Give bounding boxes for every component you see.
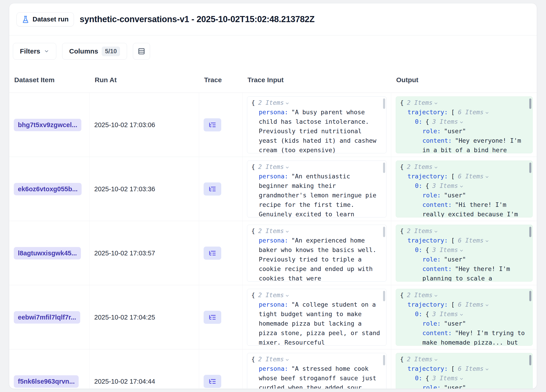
- dataset-item-cell: bhg7t5xv9zgwcel...: [9, 93, 90, 157]
- column-header-output: Output: [391, 76, 537, 84]
- collapse-toggle[interactable]: 6 Items: [458, 172, 489, 181]
- collapse-toggle[interactable]: 2 Items: [258, 162, 290, 172]
- json-root-line: {2 Items: [251, 354, 382, 364]
- collapse-toggle[interactable]: 2 Items: [258, 354, 290, 364]
- collapse-toggle[interactable]: 6 Items: [458, 107, 489, 117]
- items-count-label: 6 Items: [458, 364, 484, 373]
- page-title: synthetic-conversations-v1 - 2025-10-02T…: [80, 14, 315, 24]
- trace-input-panel[interactable]: {2 Items persona:"An experienced home ba…: [247, 225, 386, 282]
- collapse-toggle[interactable]: 3 Items: [432, 245, 464, 255]
- output-cell: {2 Items trajectory:[6 Items 0:{3 Items …: [391, 285, 537, 349]
- trace-cell: [199, 285, 242, 349]
- json-role-line: role:"user": [400, 255, 528, 264]
- filters-button-label: Filters: [20, 47, 40, 55]
- json-open-brace: {: [400, 291, 404, 298]
- json-key: role:: [422, 128, 441, 135]
- trace-button[interactable]: [204, 247, 221, 260]
- scrollbar-thumb[interactable]: [529, 227, 531, 237]
- collapse-toggle[interactable]: 2 Items: [407, 354, 438, 364]
- collapse-toggle[interactable]: 2 Items: [407, 162, 438, 172]
- list-tree-icon: [208, 378, 216, 385]
- json-key: trajectory:: [408, 109, 448, 116]
- json-key: trajectory:: [408, 365, 448, 372]
- dataset-item-badge[interactable]: l8agtuwxisgwk45...: [14, 247, 81, 259]
- chevron-down-icon: [434, 165, 438, 170]
- output-panel[interactable]: {2 Items trajectory:[6 Items 0:{3 Items …: [396, 289, 533, 346]
- toolbar: Filters Columns 5/10: [9, 35, 537, 67]
- chevron-down-icon: [434, 358, 438, 362]
- collapse-toggle[interactable]: 2 Items: [407, 290, 438, 300]
- collapse-toggle[interactable]: 2 Items: [258, 290, 290, 300]
- collapse-toggle[interactable]: 6 Items: [458, 236, 489, 245]
- collapse-toggle[interactable]: 2 Items: [258, 226, 290, 236]
- scrollbar-thumb[interactable]: [383, 291, 385, 301]
- scrollbar-thumb[interactable]: [529, 291, 531, 301]
- collapse-toggle[interactable]: 2 Items: [407, 98, 438, 107]
- table-row: ek6oz6vtoxg055b... 2025-10-02 17:03:36 {…: [9, 157, 537, 221]
- json-key: persona:: [259, 301, 288, 308]
- json-trajectory-line: trajectory:[6 Items: [400, 300, 528, 309]
- items-count-label: 3 Items: [432, 373, 458, 383]
- run-at-cell: 2025-10-02 17:03:36: [90, 157, 199, 221]
- trace-input-panel[interactable]: {2 Items persona:"A busy parent whose ch…: [247, 96, 386, 153]
- json-string-value: "user": [444, 128, 466, 135]
- trace-input-panel[interactable]: {2 Items persona:"An enthusiastic beginn…: [247, 161, 386, 217]
- run-at-value: 2025-10-02 17:04:44: [94, 378, 155, 385]
- table-header: Dataset Item Run At Trace Trace Input Ou…: [9, 67, 537, 93]
- table-body: bhg7t5xv9zgwcel... 2025-10-02 17:03:06 {…: [9, 93, 537, 389]
- collapse-toggle[interactable]: 6 Items: [458, 364, 489, 373]
- items-count-label: 6 Items: [458, 236, 484, 245]
- json-root-line: {2 Items: [400, 226, 528, 236]
- dataset-item-badge[interactable]: eebwi7mfil7lqlf7r...: [14, 311, 80, 324]
- collapse-toggle[interactable]: 3 Items: [432, 117, 464, 126]
- json-content-line: content:"Hi there! I'm really excited be…: [400, 200, 528, 217]
- output-panel[interactable]: {2 Items trajectory:[6 Items 0:{3 Items …: [396, 96, 533, 153]
- trace-button[interactable]: [204, 375, 221, 388]
- json-key: content:: [422, 201, 452, 208]
- collapse-toggle[interactable]: 2 Items: [258, 98, 290, 107]
- dataset-item-badge[interactable]: bhg7t5xv9zgwcel...: [14, 119, 81, 131]
- run-at-cell: 2025-10-02 17:04:25: [90, 285, 199, 349]
- collapse-toggle[interactable]: 3 Items: [432, 181, 464, 190]
- json-role-line: role:"user": [400, 126, 528, 136]
- collapse-toggle[interactable]: 3 Items: [432, 373, 464, 383]
- collapse-toggle[interactable]: 3 Items: [432, 309, 464, 319]
- json-persona-line: persona:"An enthusiastic beginner making…: [251, 172, 382, 217]
- dataset-item-badge[interactable]: ek6oz6vtoxg055b...: [14, 183, 82, 195]
- filters-button[interactable]: Filters: [13, 43, 56, 60]
- json-root-line: {2 Items: [251, 290, 382, 300]
- scrollbar-thumb[interactable]: [383, 163, 385, 173]
- json-key: 0:: [415, 182, 422, 189]
- output-panel[interactable]: {2 Items trajectory:[6 Items 0:{3 Items …: [396, 161, 533, 217]
- trace-button[interactable]: [204, 118, 221, 131]
- collapse-toggle[interactable]: 2 Items: [407, 226, 438, 236]
- columns-button[interactable]: Columns 5/10: [62, 43, 127, 60]
- dataset-run-badge: Dataset run: [17, 13, 74, 26]
- scrollbar-thumb[interactable]: [383, 98, 385, 109]
- row-height-button[interactable]: [133, 43, 150, 60]
- json-key: role:: [422, 192, 441, 199]
- json-string-value: "user": [444, 256, 466, 263]
- scrollbar-thumb[interactable]: [529, 355, 531, 365]
- items-count-label: 6 Items: [458, 300, 484, 309]
- collapse-toggle[interactable]: 6 Items: [458, 300, 489, 309]
- json-index-line: 0:{3 Items: [400, 309, 528, 319]
- json-open-brace: {: [426, 310, 429, 317]
- json-key: role:: [422, 256, 441, 263]
- output-panel[interactable]: {2 Items trajectory:[6 Items 0:{3 Items …: [396, 225, 533, 282]
- scrollbar-thumb[interactable]: [529, 98, 531, 109]
- scrollbar-thumb[interactable]: [529, 163, 531, 173]
- json-root-line: {2 Items: [251, 226, 382, 236]
- dataset-item-badge[interactable]: f5nk6lse963qrvn...: [14, 375, 79, 388]
- scrollbar-thumb[interactable]: [383, 227, 385, 237]
- scrollbar-thumb[interactable]: [383, 355, 385, 365]
- trace-button[interactable]: [204, 311, 221, 324]
- output-panel[interactable]: {2 Items trajectory:[6 Items 0:{3 Items …: [396, 353, 533, 389]
- trace-input-panel[interactable]: {2 Items persona:"A stressed home cook w…: [247, 353, 386, 389]
- table-rows-icon: [138, 48, 145, 55]
- trace-input-panel[interactable]: {2 Items persona:"A college student on a…: [247, 289, 386, 346]
- page-header: Dataset run synthetic-conversations-v1 -…: [9, 3, 537, 35]
- trace-button[interactable]: [204, 183, 221, 196]
- json-open-brace: {: [251, 99, 255, 106]
- items-count-label: 2 Items: [258, 98, 284, 107]
